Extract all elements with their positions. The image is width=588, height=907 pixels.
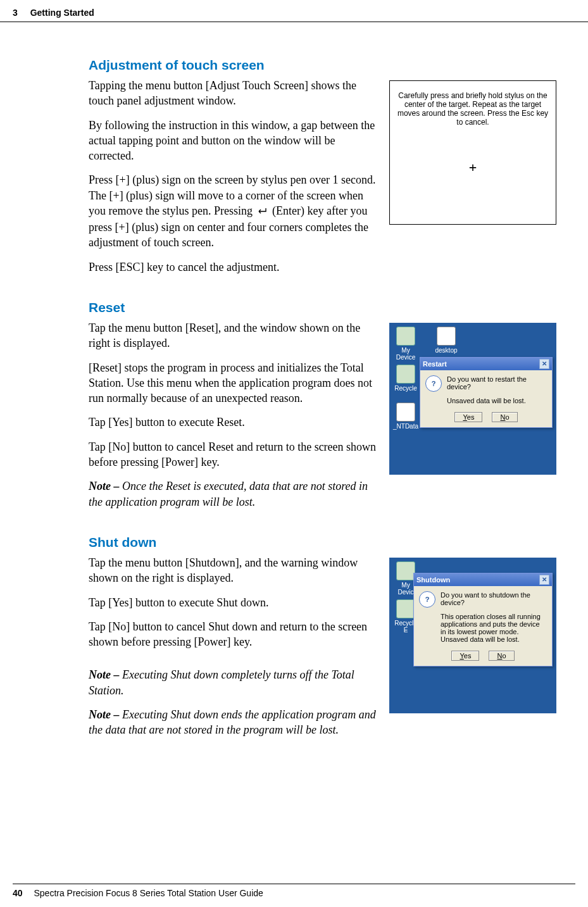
- calibration-screenshot: Carefully press and briefly hold stylus …: [389, 80, 556, 225]
- dialog-title: Shutdown: [416, 576, 450, 584]
- file-icon: [396, 403, 415, 422]
- chapter-title: Getting Started: [30, 8, 94, 18]
- folder-icon: [437, 327, 456, 346]
- no-button[interactable]: No: [492, 412, 517, 422]
- page-number: 40: [13, 888, 23, 898]
- shutdown-screenshot: My Devic Recycle E Shutdown ✕ ? Do you w…: [389, 558, 556, 713]
- page-header: 3 Getting Started: [0, 0, 588, 22]
- calibration-instruction-text: Carefully press and briefly hold stylus …: [396, 91, 549, 127]
- shutdown-dialog: Shutdown ✕ ? Do you want to shutdown the…: [413, 573, 553, 666]
- s1-p4: Press [ESC] key to cancel the adjustment…: [89, 260, 556, 275]
- enter-key-icon: [255, 204, 269, 220]
- heading-reset: Reset: [89, 300, 556, 315]
- yes-button[interactable]: Yes: [451, 651, 479, 661]
- yes-button[interactable]: Yes: [454, 412, 482, 422]
- device-icon: [396, 327, 415, 346]
- close-icon[interactable]: ✕: [539, 575, 549, 585]
- chapter-number: 3: [13, 8, 18, 18]
- question-icon: ?: [425, 375, 442, 392]
- heading-adjustment: Adjustment of touch screen: [89, 58, 556, 73]
- s2-note: Note – Once the Reset is executed, data …: [89, 479, 556, 510]
- desktop-icon-recycle[interactable]: Recycle: [393, 365, 418, 392]
- book-title: Spectra Precision Focus 8 Series Total S…: [34, 888, 263, 898]
- device-icon: [396, 561, 415, 580]
- no-button[interactable]: No: [489, 651, 514, 661]
- recycle-icon: [396, 599, 415, 618]
- question-icon: ?: [419, 591, 435, 608]
- dialog-title: Restart: [423, 360, 447, 368]
- close-icon[interactable]: ✕: [539, 359, 549, 369]
- desktop-icon-desktop[interactable]: desktop: [434, 327, 459, 354]
- page-footer: 40 Spectra Precision Focus 8 Series Tota…: [13, 884, 575, 898]
- dialog-message: Do you want to shutdown the device? This…: [441, 591, 547, 643]
- heading-shutdown: Shut down: [89, 535, 556, 550]
- desktop-icon-my-device[interactable]: My Device: [393, 327, 418, 361]
- recycle-icon: [396, 365, 415, 384]
- dialog-titlebar: Shutdown ✕: [414, 573, 552, 586]
- page-content: Adjustment of touch screen Carefully pre…: [0, 22, 588, 747]
- dialog-message: Do you want to restart the device? Unsav…: [447, 375, 547, 404]
- desktop-icon-ntdata[interactable]: _NTData: [393, 403, 418, 430]
- dialog-titlebar: Restart ✕: [420, 358, 552, 370]
- reset-screenshot: My Device desktop Recycle _NTData Restar…: [389, 323, 556, 475]
- restart-dialog: Restart ✕ ? Do you want to restart the d…: [420, 357, 553, 428]
- calibration-target-icon: +: [469, 160, 477, 175]
